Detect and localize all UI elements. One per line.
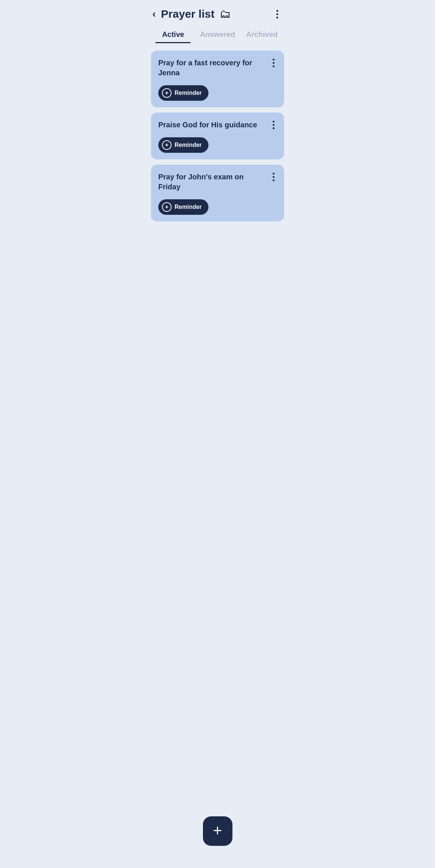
reminder-label-2: Reminder (175, 142, 202, 148)
back-chevron-icon: ‹ (152, 9, 156, 19)
prayer-card-1: Pray for a fast recovery for Jenna + Rem… (151, 51, 284, 107)
tab-active[interactable]: Active (151, 27, 195, 43)
tab-archived[interactable]: Archived (240, 27, 284, 43)
reminder-button-2[interactable]: + Reminder (158, 137, 208, 153)
card-more-dots-icon-1 (271, 58, 276, 68)
prayer-card-1-header: Pray for a fast recovery for Jenna (158, 58, 277, 78)
prayer-card-2: Praise God for His guidance + Reminder (151, 113, 284, 159)
reminder-label-3: Reminder (175, 204, 202, 210)
prayer-card-1-more-button[interactable] (270, 58, 277, 68)
prayer-card-2-more-button[interactable] (270, 120, 277, 130)
folder-icon: 🗂 (220, 8, 231, 20)
header-more-button[interactable] (272, 8, 283, 21)
prayer-card-3-more-button[interactable] (270, 172, 277, 182)
page-title: Prayer list (161, 8, 214, 20)
prayer-card-2-header: Praise God for His guidance (158, 120, 277, 130)
reminder-button-3[interactable]: + Reminder (158, 199, 208, 215)
reminder-plus-icon-3: + (162, 202, 172, 212)
back-button[interactable]: ‹ (151, 7, 157, 21)
header: ‹ Prayer list 🗂 (145, 0, 290, 27)
prayer-card-3-header: Pray for John's exam on Friday (158, 172, 277, 192)
card-more-dots-icon-3 (271, 172, 276, 182)
prayer-text-3: Pray for John's exam on Friday (158, 172, 270, 192)
more-dots-icon (275, 9, 280, 19)
header-left: ‹ Prayer list 🗂 (151, 7, 231, 21)
prayer-text-2: Praise God for His guidance (158, 120, 270, 130)
tabs-container: Active Answered Archived (145, 27, 290, 43)
reminder-button-1[interactable]: + Reminder (158, 85, 208, 101)
card-more-dots-icon-2 (271, 120, 276, 130)
prayer-list: Pray for a fast recovery for Jenna + Rem… (145, 51, 290, 221)
reminder-plus-icon-1: + (162, 88, 172, 98)
tab-answered[interactable]: Answered (195, 27, 239, 43)
prayer-card-3: Pray for John's exam on Friday + Reminde… (151, 165, 284, 221)
prayer-text-1: Pray for a fast recovery for Jenna (158, 58, 270, 78)
reminder-plus-icon-2: + (162, 140, 172, 150)
reminder-label-1: Reminder (175, 90, 202, 96)
